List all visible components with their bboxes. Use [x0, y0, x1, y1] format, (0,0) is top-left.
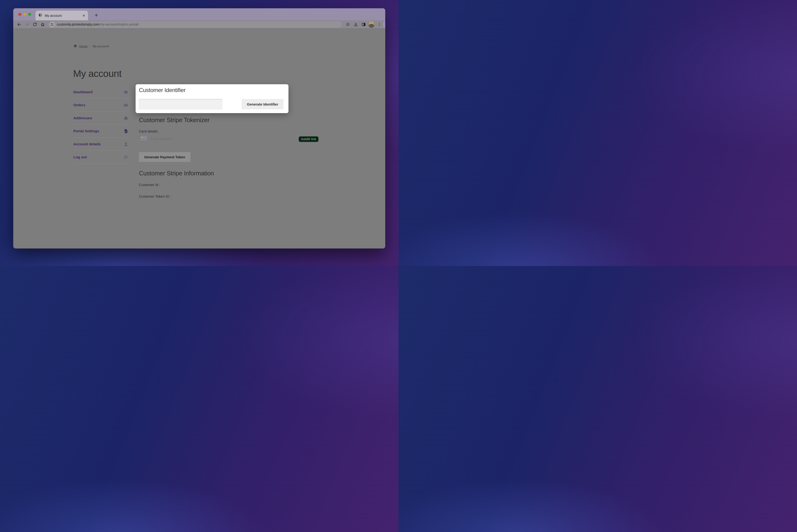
forward-icon[interactable]: [24, 21, 30, 27]
orders-basket-icon: [124, 103, 128, 108]
card-number-input[interactable]: [150, 137, 202, 141]
sidebar-item-label: Account details: [73, 142, 124, 146]
sidebar-item-addresses[interactable]: Addresses: [73, 112, 128, 125]
breadcrumb-separator: ›: [90, 44, 91, 48]
profile-avatar[interactable]: [368, 21, 375, 28]
browser-toolbar: customily.printedsimply.com/my-account/m…: [13, 20, 385, 28]
tokenizer-heading: Customer Stripe Tokenizer: [139, 116, 209, 124]
window-zoom-button[interactable]: [28, 13, 31, 16]
sidebar-item-orders[interactable]: Orders: [73, 99, 128, 112]
credit-card-icon: [140, 136, 147, 141]
reload-icon[interactable]: [32, 21, 38, 27]
log-out-icon: [124, 155, 128, 159]
page-title: My account: [73, 68, 121, 79]
url-bar[interactable]: customily.printedsimply.com/my-account/m…: [49, 21, 342, 28]
browser-menu-dots-icon[interactable]: [376, 21, 382, 27]
sidebar-item-label: Log out: [73, 155, 124, 159]
sidebar-item-label: Dashboard: [73, 90, 124, 94]
tab-close-icon[interactable]: ✕: [82, 14, 85, 18]
modal-title: Customer Identifier: [139, 87, 186, 94]
globe-favicon-icon: [38, 13, 42, 18]
url-path: /my-account/mplus-portal/: [99, 22, 139, 26]
breadcrumb-home-icon: [73, 44, 77, 49]
customer-id-label: Customer Id :: [139, 183, 160, 187]
window-edge-accent: [383, 21, 385, 28]
window-minimize-button[interactable]: [23, 13, 26, 16]
dashboard-gauge-icon: [124, 90, 128, 94]
identifier-input[interactable]: [139, 99, 222, 109]
bookmark-star-icon[interactable]: [345, 21, 351, 27]
back-icon[interactable]: [16, 21, 22, 27]
portal-settings-document-icon: [124, 129, 128, 133]
customer-token-id-label: Customer Token ID :: [139, 194, 171, 198]
card-number-field[interactable]: [140, 136, 202, 141]
tab-title: My account: [45, 14, 80, 18]
sidebar-item-account-details[interactable]: Account details: [73, 138, 128, 151]
home-icon[interactable]: [39, 21, 46, 27]
tab-strip: My account ✕ +: [13, 8, 385, 20]
window-close-button[interactable]: [18, 13, 21, 16]
site-settings-tune-icon[interactable]: [49, 21, 55, 27]
browser-tab-my-account[interactable]: My account ✕: [36, 11, 88, 20]
sidebar-item-portal-settings[interactable]: Portal Settings: [73, 125, 128, 138]
breadcrumb-home-link[interactable]: Home: [79, 44, 88, 48]
autofill-link-badge[interactable]: Autofill link: [299, 136, 319, 142]
customer-identifier-modal: Customer Identifier Generate Identifier: [136, 84, 288, 113]
autofill-label: Autofill: [301, 137, 310, 141]
url-text: customily.printedsimply.com/my-account/m…: [57, 22, 139, 26]
generate-payment-token-button[interactable]: Generate Payment Token: [139, 152, 190, 162]
link-brand-label: link: [311, 137, 316, 141]
sidebar-item-label: Portal Settings: [73, 129, 124, 133]
generate-identifier-button[interactable]: Generate Identifier: [242, 99, 284, 109]
sidebar-item-label: Addresses: [73, 116, 124, 120]
new-tab-button[interactable]: +: [92, 11, 100, 19]
breadcrumb: Home › My account: [73, 44, 109, 49]
page-content: Home › My account My account Dashboard O…: [13, 29, 385, 248]
stripe-info-heading: Customer Stripe Information: [139, 170, 214, 177]
url-domain: customily.printedsimply.com: [57, 22, 99, 26]
addresses-home-icon: [124, 116, 128, 120]
sidebar-item-log-out[interactable]: Log out: [73, 151, 128, 164]
side-panel-icon[interactable]: [360, 21, 366, 27]
browser-window: My account ✕ + customily.printedsimply.c…: [13, 8, 385, 248]
account-details-user-icon: [124, 142, 128, 147]
sidebar-item-label: Orders: [73, 103, 124, 107]
account-sidebar: Dashboard Orders Addresses Portal Settin…: [73, 86, 128, 164]
breadcrumb-current: My account: [93, 44, 109, 48]
sidebar-item-dashboard[interactable]: Dashboard: [73, 86, 128, 99]
card-details-label: Card details: [139, 129, 158, 133]
download-icon[interactable]: [353, 21, 359, 27]
